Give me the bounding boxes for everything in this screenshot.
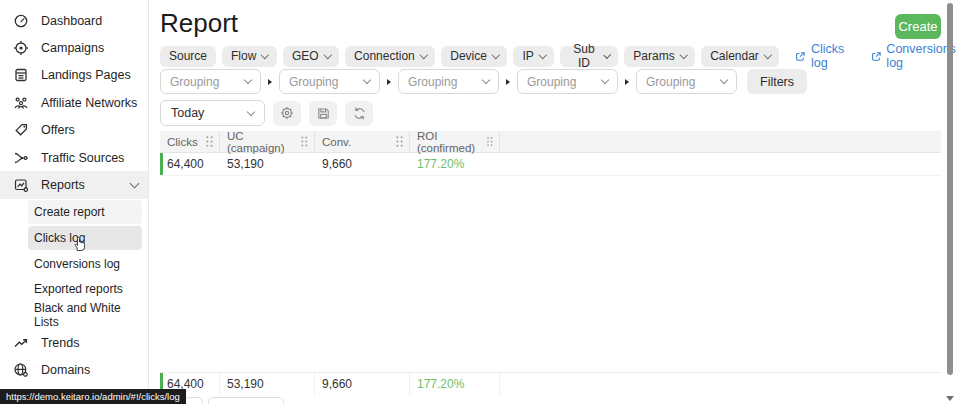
grouping-select-1[interactable]: Grouping [160, 69, 261, 94]
drag-handle-icon[interactable] [300, 135, 309, 148]
page-title: Report [160, 8, 238, 39]
grouping-select-5[interactable]: Grouping [636, 69, 737, 94]
grouping-placeholder: Grouping [646, 75, 695, 89]
sidebar-item-label: Traffic Sources [41, 151, 124, 165]
clicks-log-link[interactable]: Clicks log [795, 42, 854, 70]
column-header-conv[interactable]: Conv. [315, 131, 410, 152]
sidebar-item-exported-reports[interactable]: Exported reports [28, 277, 142, 301]
save-report-button[interactable] [309, 101, 337, 126]
grouping-placeholder: Grouping [527, 75, 576, 89]
filter-chip-flow[interactable]: Flow [222, 46, 277, 67]
link-label: Clicks log [811, 42, 855, 70]
pagination-next-button[interactable] [184, 397, 203, 404]
external-link-icon [871, 50, 882, 63]
refresh-button[interactable] [345, 101, 373, 126]
sidebar-item-label: Domains [41, 363, 90, 377]
filter-chip-row: Source Flow GEO Connection Device IP Sub… [160, 42, 960, 70]
column-header-roi-confirmed[interactable]: ROI (confirmed) [410, 131, 500, 152]
sidebar-item-label: Trends [41, 336, 79, 350]
chip-label: Connection [354, 49, 415, 63]
sidebar-item-reports[interactable]: Reports [0, 171, 148, 198]
table-row[interactable]: 64,400 53,190 9,660 177.20% [160, 153, 941, 176]
totals-filler [500, 373, 941, 395]
column-label: Clicks [167, 136, 198, 148]
chevron-down-icon [130, 178, 140, 188]
filter-chip-sub-id[interactable]: Sub ID [560, 46, 618, 67]
chevron-down-icon [539, 51, 547, 59]
column-label: Conv. [322, 136, 351, 148]
grouping-select-3[interactable]: Grouping [398, 69, 499, 94]
cell-clicks: 64,400 [160, 153, 220, 175]
save-floppy-icon [316, 106, 331, 121]
cell-filler [500, 153, 941, 175]
chevron-down-icon [363, 76, 371, 84]
sidebar-item-label: Campaigns [41, 41, 104, 55]
chip-label: Sub ID [569, 42, 598, 70]
sidebar-item-campaigns[interactable]: Campaigns [0, 34, 148, 61]
table-header-row: Clicks UC (campaign) Conv. ROI (confirme… [160, 131, 941, 153]
filter-chip-device[interactable]: Device [441, 46, 507, 67]
grouping-placeholder: Grouping [289, 75, 338, 89]
chip-label: Calendar [710, 49, 759, 63]
settings-button[interactable] [273, 101, 301, 126]
filters-button[interactable]: Filters [747, 69, 807, 94]
sidebar-item-black-white-lists[interactable]: Black and White Lists [28, 303, 142, 327]
sidebar-item-landings-pages[interactable]: Landings Pages [0, 62, 148, 89]
filter-chip-source[interactable]: Source [160, 46, 216, 67]
sidebar-item-dashboard[interactable]: Dashboard [0, 7, 148, 34]
refresh-icon [352, 106, 367, 121]
sidebar-item-affiliate-networks[interactable]: Affiliate Networks [0, 89, 148, 116]
drag-handle-icon[interactable] [205, 135, 214, 148]
report-table: Clicks UC (campaign) Conv. ROI (confirme… [160, 131, 941, 395]
filter-chip-geo[interactable]: GEO [283, 46, 339, 67]
sidebar-subitem-label: Conversions log [34, 257, 120, 271]
filter-chip-connection[interactable]: Connection [345, 46, 435, 67]
grouping-select-4[interactable]: Grouping [517, 69, 618, 94]
report-chart-icon [13, 177, 29, 193]
chevron-down-icon [492, 51, 500, 59]
filter-chip-params[interactable]: Params [624, 46, 695, 67]
chevron-down-icon [603, 51, 610, 58]
merge-arrows-icon [13, 150, 29, 166]
vertical-scrollbar-thumb[interactable] [947, 3, 953, 375]
people-icon [13, 95, 29, 111]
chevron-down-icon [420, 51, 428, 59]
chip-label: IP [522, 49, 533, 63]
drag-handle-icon[interactable] [395, 135, 404, 148]
totals-roi: 177.20% [410, 373, 500, 395]
sidebar-item-label: Landings Pages [41, 68, 131, 82]
column-header-uc-campaign[interactable]: UC (campaign) [220, 131, 315, 152]
chip-label: Source [169, 49, 207, 63]
sidebar-item-label: Dashboard [41, 14, 102, 28]
date-range-select[interactable]: Today [160, 100, 265, 126]
grouping-placeholder: Grouping [170, 75, 219, 89]
chip-label: Flow [231, 49, 256, 63]
sidebar-item-offers[interactable]: Offers [0, 117, 148, 144]
trending-up-icon [13, 335, 29, 351]
chevron-down-icon [261, 51, 269, 59]
chevron-down-icon [601, 76, 609, 84]
sidebar-subitem-label: Black and White Lists [34, 301, 142, 329]
sidebar-subitem-label: Exported reports [34, 282, 123, 296]
filter-chip-ip[interactable]: IP [513, 46, 554, 67]
page-size-select[interactable] [208, 397, 284, 404]
chevron-down-icon [247, 107, 255, 115]
drag-handle-icon[interactable] [486, 135, 494, 148]
arrow-separator-icon [506, 79, 510, 85]
arrow-separator-icon [625, 79, 629, 85]
sidebar-item-domains[interactable]: Domains [0, 356, 148, 383]
create-button[interactable]: Create [895, 14, 941, 39]
column-header-clicks[interactable]: Clicks [160, 131, 220, 152]
grouping-select-2[interactable]: Grouping [279, 69, 380, 94]
date-range-value: Today [171, 106, 204, 120]
sidebar: Dashboard Campaigns Landings Pages Affil… [0, 0, 149, 404]
cell-roi: 177.20% [410, 153, 500, 175]
sidebar-item-create-report[interactable]: Create report [28, 200, 142, 224]
scrollbar-down-arrow-icon[interactable] [946, 396, 954, 401]
chevron-down-icon [679, 51, 687, 59]
filter-chip-calendar[interactable]: Calendar [701, 46, 779, 67]
chevron-down-icon [764, 51, 772, 59]
sidebar-item-traffic-sources[interactable]: Traffic Sources [0, 144, 148, 171]
sidebar-item-trends[interactable]: Trends [0, 329, 148, 356]
totals-conv: 9,660 [315, 373, 410, 395]
